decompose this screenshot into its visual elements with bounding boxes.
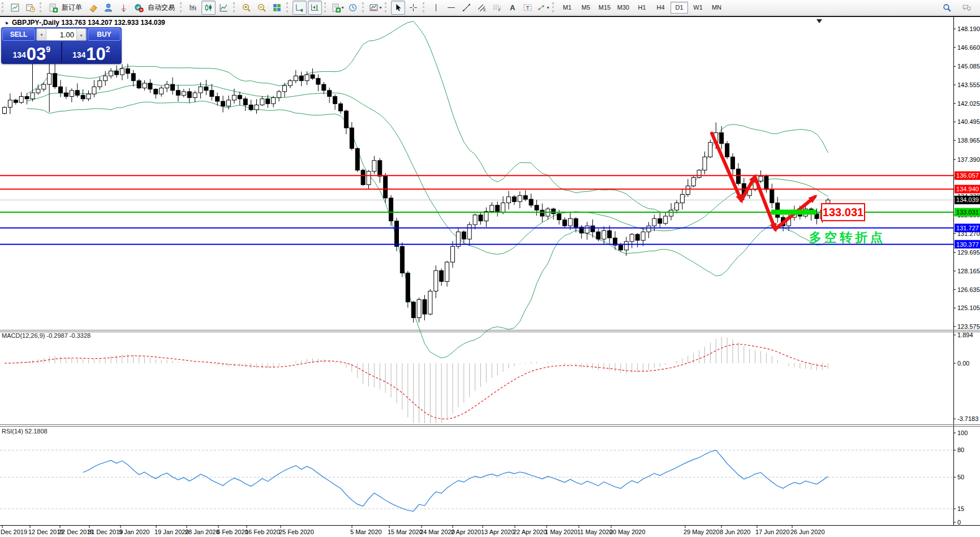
templates-button[interactable]: ▾ <box>368 1 382 15</box>
svg-text:E: E <box>483 8 486 12</box>
new-chart-button[interactable] <box>8 1 22 15</box>
indicators-button[interactable]: ▾ <box>330 1 345 15</box>
macd-histogram <box>5 337 828 423</box>
date-label: Dec 2019 <box>1 529 27 535</box>
periods-button[interactable] <box>346 1 360 15</box>
timeframe-h1[interactable]: H1 <box>633 2 651 14</box>
mt4-window: 新订单自动交易▾▾EFAT▾M1M5M15M30H1H4D1W1MN ▲ GBP… <box>0 0 980 537</box>
search-button[interactable] <box>940 1 954 15</box>
date-label: 9 Jan 2020 <box>119 529 149 535</box>
rsi-label: RSI(14) 52.1808 <box>2 428 48 435</box>
new-order-button[interactable] <box>46 1 60 15</box>
hline-icon <box>446 3 456 12</box>
date-label: 29 May 2020 <box>684 529 720 535</box>
date-label: 26 Jun 2020 <box>790 529 825 535</box>
volume-increase-button[interactable]: ▲ <box>76 29 86 40</box>
zoom-in-button[interactable] <box>239 1 253 15</box>
date-label: 19 Jan 2020 <box>154 529 189 535</box>
tile-windows-button[interactable] <box>270 1 284 15</box>
timeframe-d1[interactable]: D1 <box>670 2 688 14</box>
new-order-label: 新订单 <box>62 3 82 12</box>
crosshair-button[interactable] <box>406 1 420 15</box>
date-label: 6 Feb 2020 <box>217 529 248 535</box>
axis-label: 0 <box>957 519 961 526</box>
date-label: 15 Mar 2020 <box>388 529 423 535</box>
date-label: 20 May 2020 <box>609 529 646 535</box>
profiles-button[interactable] <box>23 1 37 15</box>
signals-button[interactable] <box>117 1 131 15</box>
chart-corner-caret <box>816 19 822 23</box>
axis-price-box-label: 131.727 <box>956 225 979 231</box>
zoom-out-button[interactable] <box>255 1 269 15</box>
text-button[interactable]: A <box>505 1 519 15</box>
chat-button[interactable] <box>960 1 974 15</box>
auto-scroll-button[interactable] <box>293 1 307 15</box>
bars-icon <box>188 3 198 12</box>
date-label: 5 Mar 2020 <box>350 529 382 535</box>
timeframe-w1[interactable]: W1 <box>689 2 707 14</box>
axis-label: 129.695 <box>957 249 980 256</box>
crosshair-icon <box>409 3 418 12</box>
shift-icon <box>310 3 320 12</box>
line-chart-button[interactable] <box>217 1 231 15</box>
timeframe-h4[interactable]: H4 <box>652 2 669 14</box>
date-label: 25 Feb 2020 <box>279 529 314 535</box>
vline-icon <box>431 3 441 12</box>
date-label: 11 May 2020 <box>577 529 613 535</box>
dropdown-caret-icon: ▾ <box>341 5 343 10</box>
tline-icon <box>462 3 471 12</box>
chart-area[interactable]: 133.031多空转折点148.190146.660145.085143.555… <box>0 17 980 537</box>
axis-label: 125.105 <box>957 304 980 311</box>
textT-icon: T <box>523 3 532 12</box>
candle-chart-button[interactable] <box>201 1 216 15</box>
fibonacci-button[interactable]: F <box>490 1 504 15</box>
annotation-note[interactable]: 多空转折点 <box>809 230 886 244</box>
axis-price-box-label: 136.057 <box>956 172 979 179</box>
vertical-line-button[interactable] <box>429 1 443 15</box>
timeframe-m30[interactable]: M30 <box>614 2 632 14</box>
trendline-button[interactable] <box>459 1 474 15</box>
axis-price-box-label: 133.031 <box>956 209 979 216</box>
text-label-button[interactable]: T <box>521 1 535 15</box>
horizontal-line-button[interactable] <box>444 1 458 15</box>
bid-price: 134039 <box>2 42 62 63</box>
axis-label: -3.7183 <box>957 415 978 422</box>
volume-value[interactable]: 1.00 <box>46 29 76 40</box>
macd-label: MACD(12,26,9) -0.2987 -0.3328 <box>2 332 91 339</box>
axis-label: 148.190 <box>957 25 980 32</box>
timeframe-m1[interactable]: M1 <box>558 2 576 14</box>
chart-shift-button[interactable] <box>308 1 322 15</box>
date-label: 13 Apr 2020 <box>481 529 514 535</box>
axis-label: 1.894 <box>957 332 973 338</box>
timeframe-m15[interactable]: M15 <box>596 2 613 14</box>
eraser-button[interactable] <box>86 1 100 15</box>
zigzag-arrowhead-icon <box>736 194 742 204</box>
chat-icon <box>962 3 972 12</box>
axis-label: 80 <box>957 446 964 453</box>
buy-button[interactable]: BUY <box>88 28 121 41</box>
equidistant-channel-button[interactable]: E <box>475 1 489 15</box>
sell-button[interactable]: SELL <box>2 28 35 41</box>
support-bar[interactable] <box>771 209 816 214</box>
one-click-panel: SELL ▼ 1.00 ▲ BUY 134039 134102 <box>1 27 122 64</box>
bar-chart-button[interactable] <box>186 1 200 15</box>
autotrading-button[interactable] <box>132 1 146 15</box>
dropdown-caret-icon: ▾ <box>547 5 549 10</box>
timeframe-m5[interactable]: M5 <box>577 2 595 14</box>
cursor-button[interactable] <box>391 1 405 15</box>
axis-label: 50 <box>957 474 964 480</box>
mql5-community-button[interactable] <box>101 1 115 15</box>
autotrading-label: 自动交易 <box>148 3 175 12</box>
toolbar-grip <box>423 2 426 12</box>
timeframe-mn[interactable]: MN <box>708 2 725 14</box>
chart-header: ▲ GBPJPY-,Daily 133.763 134.207 132.933 … <box>3 19 165 27</box>
axis-label: 137.390 <box>957 156 980 163</box>
eraser-icon <box>88 3 98 12</box>
doc-plus-icon <box>331 3 341 12</box>
toolbar-grip <box>233 2 237 12</box>
arrows-button[interactable]: ▾ <box>536 1 550 15</box>
volume-decrease-button[interactable]: ▼ <box>37 29 46 40</box>
person-icon <box>104 3 113 12</box>
signal-icon <box>119 3 128 12</box>
axis-price-box-label: 134.940 <box>956 186 979 192</box>
